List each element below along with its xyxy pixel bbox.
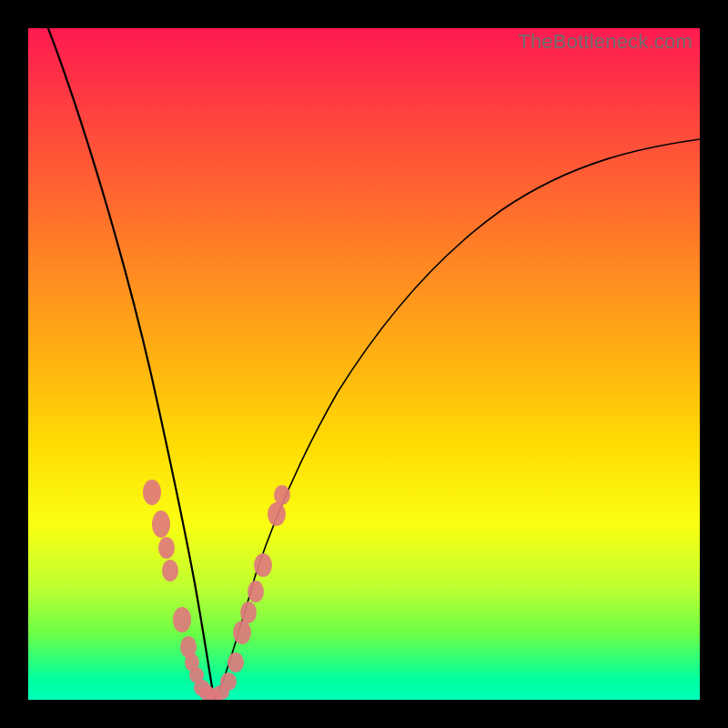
marker-dot: [240, 602, 257, 623]
marker-dot: [248, 581, 264, 602]
marker-dot: [173, 607, 191, 632]
marker-dot: [268, 502, 286, 526]
marker-dot: [228, 652, 244, 672]
marker-dot: [220, 672, 237, 691]
marker-dot: [152, 511, 170, 538]
chart-overlay: [28, 28, 700, 700]
curve-right-branch: [216, 139, 700, 700]
marker-dot: [158, 537, 175, 559]
marker-dot: [162, 560, 178, 581]
marker-dot: [233, 621, 251, 644]
marker-dot: [143, 480, 161, 505]
marker-dot: [254, 553, 272, 577]
plot-area: TheBottleneck.com: [28, 28, 700, 700]
marker-dot: [274, 485, 290, 505]
curve-left-branch: [48, 28, 216, 700]
chart-frame: TheBottleneck.com: [0, 0, 728, 728]
